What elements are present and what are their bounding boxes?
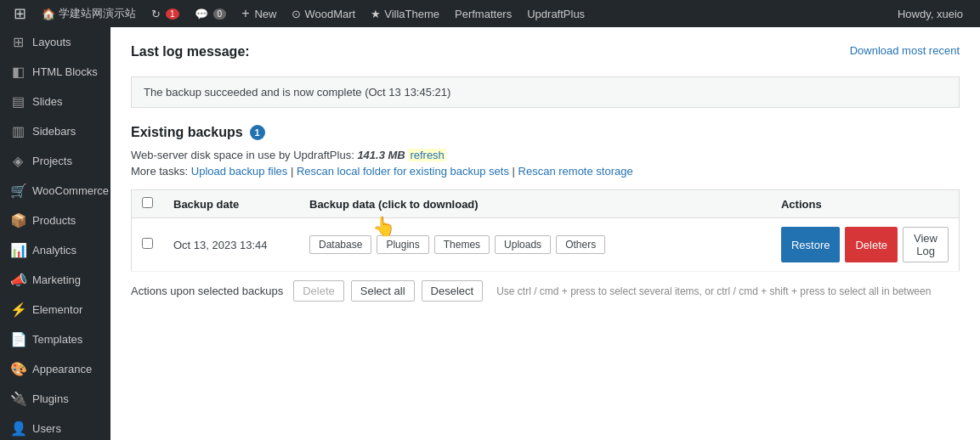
restore-button[interactable]: Restore xyxy=(781,227,841,262)
woodmart-icon: ⊙ xyxy=(292,8,301,20)
sidebar-item-products[interactable]: 📦 Products xyxy=(0,206,110,235)
log-message-box: The backup succeeded and is now complete… xyxy=(131,76,960,108)
actions-footer-label: Actions upon selected backups xyxy=(131,285,283,297)
existing-backups-header: Existing backups 1 xyxy=(131,125,960,140)
backup-count-badge: 1 xyxy=(250,125,265,140)
updates-item[interactable]: ↻ 1 xyxy=(144,0,186,27)
existing-backups-title: Existing backups xyxy=(131,125,243,140)
sidebar-item-marketing[interactable]: 📣 Marketing xyxy=(0,265,110,295)
star-icon: ★ xyxy=(371,8,381,20)
data-download-button-uploads[interactable]: Uploads xyxy=(495,235,551,254)
data-download-button-plugins[interactable]: Plugins xyxy=(377,235,428,254)
woodmart-item[interactable]: ⊙ WoodMart xyxy=(285,0,362,27)
backup-data-cell: DatabasePluginsThemesUploadsOthers xyxy=(299,218,771,272)
backup-date-header: Backup date xyxy=(163,190,299,218)
footer-deselect-button[interactable]: Deselect xyxy=(422,280,484,302)
slides-icon: ▤ xyxy=(10,93,25,110)
rescan-local-link[interactable]: Rescan local folder for existing backup … xyxy=(297,165,509,178)
villatheme-item[interactable]: ★ VillaTheme xyxy=(364,0,446,27)
last-log-title: Last log message: xyxy=(131,44,250,59)
admin-bar: ⊞ 🏠 学建站网演示站 ↻ 1 💬 0 + New ⊙ WoodMart ★ V… xyxy=(0,0,980,27)
footer-hint-text: Use ctrl / cmd + press to select several… xyxy=(496,285,931,297)
updates-icon: ↻ xyxy=(151,8,161,20)
site-name[interactable]: 🏠 学建站网演示站 xyxy=(35,0,143,27)
backup-date-cell: Oct 13, 2023 13:44 xyxy=(163,218,299,272)
main-content-area: Last log message: Download most recent T… xyxy=(110,27,980,440)
plugins-icon: 🔌 xyxy=(10,391,25,407)
howdy-text[interactable]: Howdy, xueio xyxy=(887,8,973,20)
upload-backup-files-link[interactable]: Upload backup files xyxy=(191,165,287,178)
footer-delete-button[interactable]: Delete xyxy=(293,280,344,302)
data-download-button-themes[interactable]: Themes xyxy=(434,235,490,254)
sidebar-item-html-blocks[interactable]: ◧ HTML Blocks xyxy=(0,57,110,87)
analytics-icon: 📊 xyxy=(10,242,25,258)
backup-table: Backup date Backup data (click to downlo… xyxy=(131,189,960,272)
comments-icon: 💬 xyxy=(195,8,208,20)
projects-icon: ◈ xyxy=(10,153,25,169)
disk-info-line: Web-server disk space in use by UpdraftP… xyxy=(131,149,960,161)
sidebar-item-users[interactable]: 👤 Users xyxy=(0,414,110,440)
appearance-icon: 🎨 xyxy=(10,361,25,377)
html-blocks-icon: ◧ xyxy=(10,64,25,80)
delete-button[interactable]: Delete xyxy=(845,227,898,262)
check-all-header xyxy=(132,190,164,218)
sidebar-item-sidebars[interactable]: ▥ Sidebars xyxy=(0,116,110,146)
plus-icon: + xyxy=(241,6,249,21)
sidebar-item-slides[interactable]: ▤ Slides xyxy=(0,87,110,116)
row-checkbox[interactable] xyxy=(142,238,153,249)
footer-select-all-button[interactable]: Select all xyxy=(351,280,415,302)
sidebar-item-templates[interactable]: 📄 Templates xyxy=(0,324,110,354)
elementor-icon: ⚡ xyxy=(10,302,25,318)
site-icon: 🏠 xyxy=(42,8,55,20)
page-content: Last log message: Download most recent T… xyxy=(110,27,980,440)
wp-logo[interactable]: ⊞ xyxy=(7,0,33,27)
updraftplus-item[interactable]: UpdraftPlus xyxy=(520,0,592,27)
check-all-checkbox[interactable] xyxy=(142,197,153,208)
products-icon: 📦 xyxy=(10,212,25,228)
actions-footer: Actions upon selected backups Delete Sel… xyxy=(131,272,960,305)
templates-icon: 📄 xyxy=(10,331,25,347)
view-log-button[interactable]: View Log xyxy=(903,227,949,262)
refresh-link[interactable]: refresh xyxy=(408,149,445,161)
woo-icon: 🛒 xyxy=(10,183,25,199)
data-download-button-others[interactable]: Others xyxy=(556,235,605,254)
action-buttons-cell: RestoreDeleteView Log xyxy=(771,218,960,272)
sidebar: ⊞ Layouts ◧ HTML Blocks ▤ Slides ▥ Sideb… xyxy=(0,27,110,440)
perfmatters-item[interactable]: Perfmatters xyxy=(448,0,518,27)
table-row: Oct 13, 2023 13:44DatabasePluginsThemesU… xyxy=(132,218,960,272)
comments-item[interactable]: 💬 0 xyxy=(188,0,234,27)
sidebar-item-projects[interactable]: ◈ Projects xyxy=(0,146,110,176)
download-most-recent-link[interactable]: Download most recent xyxy=(850,44,960,57)
users-icon: 👤 xyxy=(10,420,25,437)
sidebar-item-appearance[interactable]: 🎨 Appearance xyxy=(0,354,110,384)
sidebars-icon: ▥ xyxy=(10,123,25,139)
actions-header: Actions xyxy=(771,190,960,218)
sidebar-item-layouts[interactable]: ⊞ Layouts xyxy=(0,27,110,57)
new-item[interactable]: + New xyxy=(235,0,283,27)
sidebar-item-woocommerce[interactable]: 🛒 WooCommerce xyxy=(0,176,110,206)
log-message-text: The backup succeeded and is now complete… xyxy=(144,86,450,99)
layout: ⊞ Layouts ◧ HTML Blocks ▤ Slides ▥ Sideb… xyxy=(0,27,980,440)
sidebar-item-plugins[interactable]: 🔌 Plugins xyxy=(0,384,110,414)
backup-data-header: Backup data (click to download) xyxy=(299,190,771,218)
data-download-button-database[interactable]: Database xyxy=(309,235,371,254)
layouts-icon: ⊞ xyxy=(10,34,25,50)
marketing-icon: 📣 xyxy=(10,272,25,288)
more-tasks-line: More tasks: Upload backup files | Rescan… xyxy=(131,165,960,178)
sidebar-item-analytics[interactable]: 📊 Analytics xyxy=(0,235,110,265)
sidebar-item-elementor[interactable]: ⚡ Elementor xyxy=(0,295,110,324)
rescan-remote-link[interactable]: Rescan remote storage xyxy=(518,165,633,178)
